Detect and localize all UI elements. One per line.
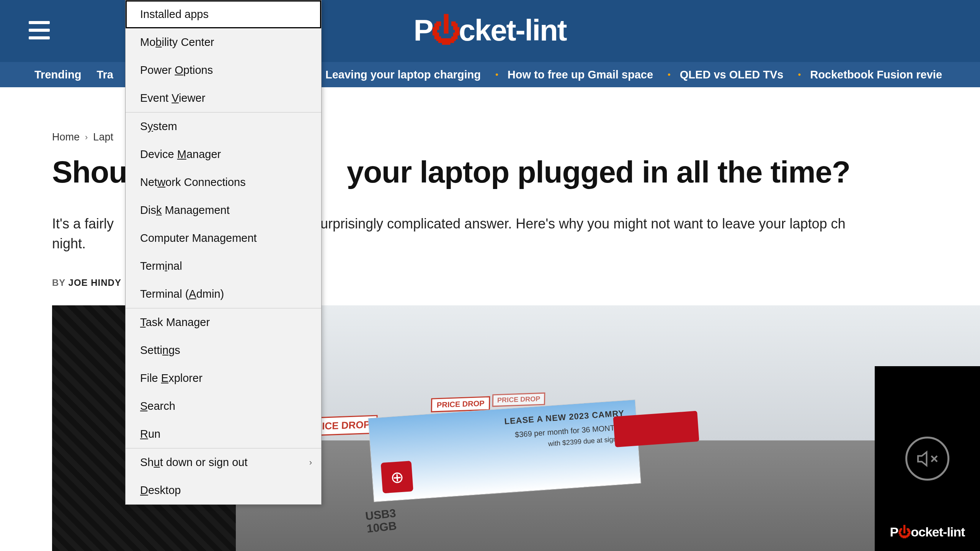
- chevron-right-icon: ›: [309, 458, 312, 468]
- menu-item-network-connections[interactable]: Network Connections: [126, 168, 321, 196]
- trending-item[interactable]: How to free up Gmail space: [508, 68, 653, 81]
- logo-text-suffix: cket-lint: [459, 13, 566, 48]
- trending-label: Trending: [34, 68, 81, 81]
- breadcrumb-home[interactable]: Home: [52, 131, 80, 143]
- trending-item[interactable]: Rocketbook Fusion revie: [810, 68, 942, 81]
- menu-item-settings[interactable]: Settings: [126, 336, 321, 364]
- menu-item-shutdown[interactable]: Shut down or sign out›: [126, 448, 321, 476]
- separator-dot-icon: •: [798, 70, 801, 80]
- power-icon: ⏻: [431, 13, 460, 48]
- trending-item[interactable]: Tra: [96, 68, 113, 81]
- logo-text-prefix: P: [413, 13, 433, 48]
- menu-item-mobility-center[interactable]: Mobility Center: [126, 28, 321, 56]
- video-logo: P⏻ocket-lint: [890, 525, 965, 540]
- menu-item-disk-management[interactable]: Disk Management: [126, 196, 321, 224]
- ad-cta-button[interactable]: [613, 411, 699, 447]
- menu-item-event-viewer[interactable]: Event Viewer: [126, 84, 321, 112]
- menu-icon[interactable]: [29, 21, 50, 39]
- menu-item-file-explorer[interactable]: File Explorer: [126, 364, 321, 392]
- breadcrumb-category[interactable]: Lapt: [93, 131, 113, 143]
- menu-item-terminal[interactable]: Terminal: [126, 252, 321, 280]
- menu-item-installed-apps[interactable]: Installed apps: [126, 0, 321, 28]
- separator-dot-icon: •: [495, 70, 498, 80]
- video-player[interactable]: P⏻ocket-lint: [875, 366, 980, 551]
- menu-item-desktop[interactable]: Desktop: [126, 476, 321, 504]
- mute-icon[interactable]: [905, 437, 949, 481]
- menu-item-task-manager[interactable]: Task Manager: [126, 308, 321, 336]
- menu-item-run[interactable]: Run: [126, 420, 321, 448]
- menu-item-terminal-admin[interactable]: Terminal (Admin): [126, 280, 321, 308]
- site-logo[interactable]: P ⏻ cket-lint: [413, 13, 566, 48]
- author-name[interactable]: JOE HINDY: [69, 277, 121, 288]
- winx-menu: Installed apps Mobility Center Power Opt…: [125, 0, 322, 505]
- menu-item-device-manager[interactable]: Device Manager: [126, 140, 321, 168]
- menu-item-power-options[interactable]: Power Options: [126, 56, 321, 84]
- menu-item-search[interactable]: Search: [126, 392, 321, 420]
- menu-item-computer-management[interactable]: Computer Management: [126, 224, 321, 252]
- separator-dot-icon: •: [668, 70, 671, 80]
- byline: BY JOE HINDY: [52, 277, 121, 288]
- breadcrumb: Home › Lapt: [52, 131, 113, 143]
- price-drop-badge: PRICE DROP: [492, 393, 546, 407]
- trending-item[interactable]: QLED vs OLED TVs: [680, 68, 784, 81]
- menu-item-system[interactable]: System: [126, 112, 321, 140]
- chevron-right-icon: ›: [85, 132, 88, 142]
- toyota-logo-icon: ⊕: [381, 461, 413, 493]
- trending-item[interactable]: Leaving your laptop charging: [325, 68, 481, 81]
- usb-port-label: USB310GB: [365, 507, 398, 535]
